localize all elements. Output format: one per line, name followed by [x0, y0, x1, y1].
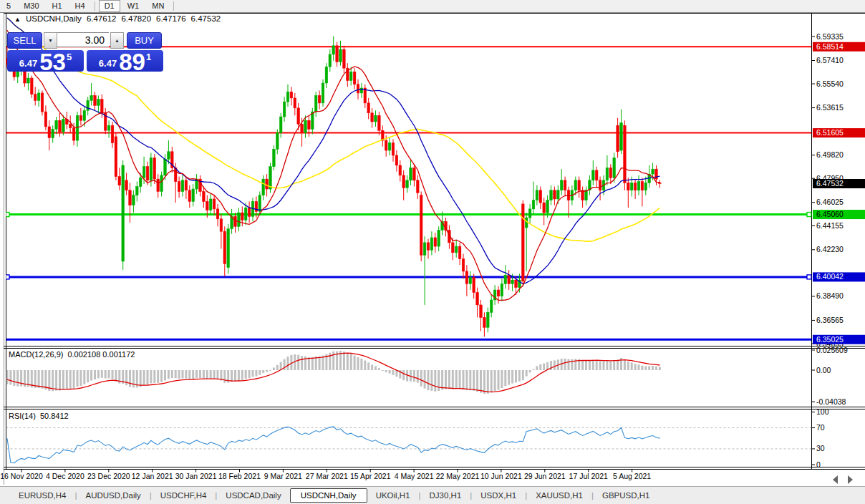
candle-body	[118, 177, 121, 185]
macd-histogram-bar	[319, 357, 321, 370]
candle-body	[627, 183, 630, 190]
line-handle[interactable]	[5, 275, 9, 279]
macd-histogram-bar	[445, 370, 447, 389]
tab-gbpusd-h1[interactable]: GBPUSD,H1	[594, 489, 658, 502]
buy-button[interactable]: BUY	[127, 32, 162, 49]
candle-body	[142, 167, 145, 178]
candle-body	[122, 165, 125, 261]
macd-histogram-bar	[69, 370, 72, 389]
candle-body	[395, 155, 398, 165]
volume-input[interactable]	[57, 32, 109, 47]
macd-histogram-bar	[301, 356, 303, 370]
buy-price-box[interactable]: 6.47 89 1	[87, 50, 163, 72]
macd-histogram-bar	[343, 352, 345, 370]
timeframe-button-mn[interactable]: MN	[146, 0, 170, 12]
candle-body	[37, 93, 40, 100]
rsi-name: RSI(14)	[9, 412, 36, 420]
line-handle[interactable]	[807, 275, 811, 279]
candle-body	[644, 183, 647, 190]
timeframe-button-m30[interactable]: M30	[18, 0, 44, 12]
tab-usdcad-daily[interactable]: USDCAD,Daily	[217, 489, 289, 502]
macd-histogram-bar	[210, 370, 212, 379]
chart-title: ▲USDCNH,Daily6.476126.478206.471766.4753…	[14, 14, 221, 23]
macd-histogram-bar	[311, 357, 314, 370]
macd-histogram-bar	[308, 357, 310, 370]
candle-body	[329, 54, 332, 67]
candle-body	[62, 120, 65, 132]
macd-histogram-bar	[413, 370, 415, 382]
macd-histogram-bar	[140, 370, 142, 387]
sell-button[interactable]: SELL	[7, 32, 42, 49]
macd-histogram-bar	[129, 370, 131, 387]
candle-body	[490, 300, 493, 312]
candle-body	[52, 129, 54, 137]
y-axis-label: 6.55540	[816, 79, 844, 88]
macd-histogram-bar	[90, 370, 92, 381]
macd-histogram-bar	[297, 355, 299, 370]
macd-histogram-bar	[269, 370, 271, 371]
candle-body	[550, 190, 553, 200]
line-handle[interactable]	[807, 213, 811, 217]
price-badge-label: 6.58514	[816, 42, 844, 51]
macd-histogram-bar	[178, 370, 180, 379]
macd-histogram-bar	[315, 357, 317, 370]
ohlc-open: 6.47612	[87, 14, 117, 23]
macd-histogram-bar	[469, 370, 471, 390]
candle-body	[641, 182, 644, 190]
macd-histogram-bar	[171, 370, 173, 378]
candle-body	[430, 238, 433, 250]
macd-histogram-bar	[241, 370, 243, 380]
macd-histogram-bar	[203, 370, 205, 378]
line-handle[interactable]	[5, 213, 9, 217]
scroll-left-icon[interactable]	[833, 475, 838, 484]
tab-dj30-h1[interactable]: DJ30,H1	[421, 489, 470, 502]
candle-body	[220, 219, 223, 231]
candle-body	[634, 183, 637, 190]
tab-ukoil-h1[interactable]: UKOil,H1	[367, 489, 419, 502]
chart-symbol-label: USDCNH,Daily	[26, 14, 82, 23]
candle-body	[146, 167, 149, 180]
sell-price-box[interactable]: 6.47 53 5	[7, 50, 84, 72]
macd-histogram-bar	[150, 370, 152, 383]
macd-histogram-bar	[192, 370, 194, 379]
tab-usdcnh-daily[interactable]: USDCNH,Daily	[290, 488, 367, 503]
macd-histogram-bar	[438, 370, 440, 391]
tab-audusd-daily[interactable]: AUDUSD,Daily	[77, 489, 149, 502]
timeframe-button-w1[interactable]: W1	[122, 0, 145, 12]
macd-histogram-bar	[234, 370, 236, 382]
tab-usdx-h1[interactable]: USDX,H1	[472, 489, 525, 502]
candle-body	[97, 100, 100, 106]
macd-histogram-bar	[592, 360, 594, 370]
timeframe-button-5[interactable]: 5	[1, 0, 16, 12]
candle-body	[213, 199, 216, 209]
candle-body	[452, 243, 455, 253]
candle-body	[585, 190, 588, 200]
y-axis-label: 6.59335	[816, 32, 844, 41]
candle-body	[434, 238, 437, 246]
scroll-right-icon[interactable]	[848, 475, 853, 484]
tab-usdchf-h4[interactable]: USDCHF,H4	[152, 489, 216, 502]
rsi-axis-label: 30	[816, 444, 825, 452]
timeframe-button-h1[interactable]: H1	[47, 0, 68, 12]
tab-xauusd-h1[interactable]: XAUUSD,H1	[527, 489, 591, 502]
macd-histogram-bar	[402, 370, 405, 380]
macd-histogram-bar	[564, 359, 566, 370]
date-label: 9 Mar 2021	[264, 472, 302, 480]
candle-body	[129, 190, 132, 205]
candle-body	[581, 190, 584, 200]
date-label: 15 Apr 2021	[350, 472, 391, 480]
macd-histogram-bar	[536, 366, 538, 370]
macd-histogram-bar	[143, 370, 145, 385]
tab-eurusd-h4[interactable]: EURUSD,H4	[10, 489, 74, 502]
macd-histogram-bar	[463, 370, 465, 389]
macd-histogram-bar	[105, 370, 107, 378]
volume-increase-button[interactable]: ▲	[110, 32, 124, 49]
date-label: 16 Nov 2020	[0, 472, 43, 480]
volume-decrease-button[interactable]: ▼	[44, 32, 57, 49]
candle-body	[241, 213, 244, 220]
buy-price-pip: 1	[146, 52, 151, 62]
timeframe-button-d1[interactable]: D1	[99, 0, 120, 12]
chart-canvas: 6.593356.574106.555406.536156.498206.479…	[0, 0, 865, 504]
candle-body	[357, 84, 359, 93]
timeframe-button-h4[interactable]: H4	[69, 0, 91, 12]
